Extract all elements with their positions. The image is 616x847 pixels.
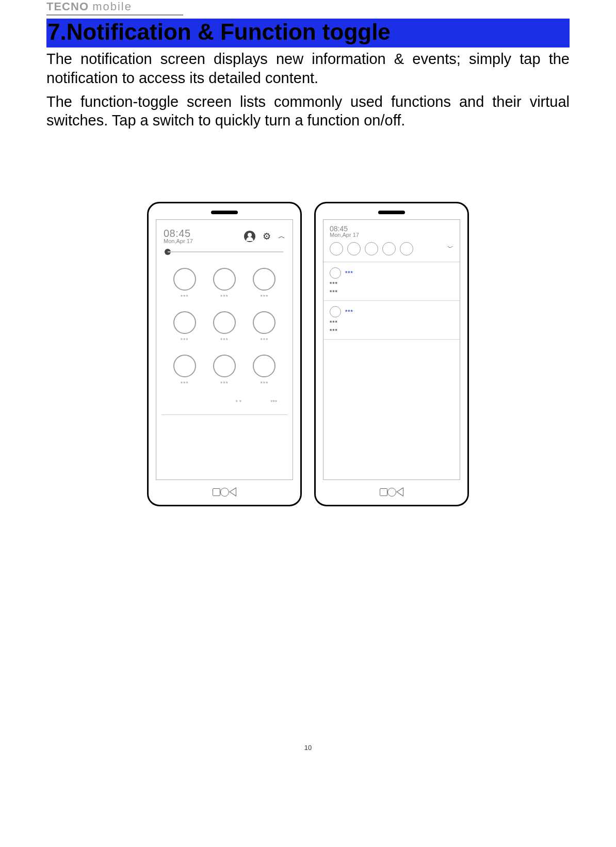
mini-toggle-icon[interactable]: [365, 242, 378, 255]
chevron-down-icon[interactable]: ﹀: [447, 245, 453, 251]
manual-page: TECNO mobile 7.Notification & Function t…: [0, 0, 616, 772]
mini-toggle-icon[interactable]: [347, 242, 361, 255]
status-time: 08:45: [330, 225, 453, 232]
notification-header: 08:45 Mon,Apr 17 ﹀: [323, 220, 460, 262]
toggle-icon[interactable]: [213, 311, 236, 334]
notification-body: ***: [330, 289, 453, 295]
toggle-icon[interactable]: [173, 268, 196, 291]
toggle-item[interactable]: ***: [245, 311, 284, 343]
brand-sub: mobile: [92, 0, 132, 13]
toggle-label: ***: [260, 294, 268, 300]
toggle-icon[interactable]: [253, 355, 275, 377]
bottom-actions: * * ***: [156, 392, 293, 411]
phone-notifications: 08:45 Mon,Apr 17 ﹀ ******************: [314, 202, 469, 506]
notification-app-icon: [330, 267, 341, 279]
toggle-icon[interactable]: [253, 268, 275, 291]
header-icons: ⚙ ︿: [244, 231, 285, 242]
toggle-label: ***: [260, 380, 268, 387]
toggle-label: ***: [220, 294, 229, 300]
notification-app-icon: [330, 306, 341, 317]
notification-title: ***: [330, 281, 453, 287]
screen: 08:45 Mon,Apr 17 ﹀ ******************: [323, 219, 460, 480]
toggle-label: ***: [181, 294, 189, 300]
status-time: 08:45: [164, 228, 193, 238]
notification-app-name: ***: [345, 270, 353, 276]
toggle-icon[interactable]: [173, 355, 196, 377]
page-number: 10: [46, 744, 570, 752]
earpiece: [211, 211, 238, 214]
screen: 08:45 Mon,Apr 17 ⚙ ︿ *******************…: [156, 219, 293, 480]
android-navbar: [207, 480, 241, 498]
status-date: Mon,Apr 17: [164, 238, 193, 244]
phone-mockups-row: 08:45 Mon,Apr 17 ⚙ ︿ *******************…: [46, 202, 570, 506]
brand-main: TECNO: [46, 0, 89, 13]
account-icon[interactable]: [244, 231, 255, 242]
paragraph-2: The function-toggle screen lists commonl…: [46, 92, 570, 130]
recent-apps-icon[interactable]: [213, 488, 220, 496]
paragraph-1: The notification screen displays new inf…: [46, 50, 570, 87]
notification-body: ***: [330, 328, 453, 334]
notification-list: ******************: [323, 262, 460, 340]
toggle-item[interactable]: ***: [245, 268, 284, 300]
phone-function-toggle: 08:45 Mon,Apr 17 ⚙ ︿ *******************…: [147, 202, 302, 506]
back-icon[interactable]: [396, 487, 403, 497]
toggle-label: ***: [260, 337, 268, 343]
mini-toggle-row: [330, 242, 453, 260]
recent-apps-icon[interactable]: [380, 488, 387, 496]
toggle-grid: ***************************: [156, 265, 293, 392]
toggle-icon[interactable]: [213, 268, 236, 291]
home-icon[interactable]: [220, 488, 229, 497]
notification-item[interactable]: *********: [323, 301, 460, 340]
brand-header: TECNO mobile: [46, 0, 183, 15]
toggle-item[interactable]: ***: [204, 311, 244, 343]
chevron-up-icon[interactable]: ︿: [278, 232, 285, 241]
back-icon[interactable]: [229, 487, 236, 497]
quick-settings-header: 08:45 Mon,Apr 17 ⚙ ︿: [156, 220, 293, 248]
time-block: 08:45 Mon,Apr 17: [164, 228, 193, 244]
status-date: Mon,Apr 17: [330, 232, 453, 238]
toggle-item[interactable]: ***: [165, 268, 204, 300]
brightness-slider[interactable]: [156, 248, 293, 265]
toggle-item[interactable]: ***: [204, 355, 244, 387]
gear-icon[interactable]: ⚙: [263, 231, 271, 242]
home-icon[interactable]: [387, 488, 396, 497]
toggle-label: ***: [220, 337, 229, 343]
toggle-item[interactable]: ***: [204, 268, 244, 300]
earpiece: [378, 211, 405, 214]
toggle-icon[interactable]: [213, 355, 236, 377]
toggle-item[interactable]: ***: [245, 355, 284, 387]
toggle-icon[interactable]: [253, 311, 275, 334]
divider: [161, 414, 287, 415]
bottom-action-right[interactable]: ***: [270, 399, 277, 405]
toggle-item[interactable]: ***: [165, 355, 204, 387]
mini-toggle-icon[interactable]: [382, 242, 396, 255]
bottom-action-left[interactable]: * *: [236, 399, 242, 405]
notification-item[interactable]: *********: [323, 262, 460, 301]
android-navbar: [375, 480, 409, 498]
slider-track[interactable]: [166, 251, 283, 252]
mini-toggle-icon[interactable]: [330, 242, 343, 255]
toggle-item[interactable]: ***: [165, 311, 204, 343]
toggle-icon[interactable]: [173, 311, 196, 334]
mini-toggle-icon[interactable]: [400, 242, 413, 255]
toggle-label: ***: [220, 380, 229, 387]
notification-app-name: ***: [345, 309, 353, 315]
slider-thumb[interactable]: [165, 249, 171, 255]
brand-logo: TECNO mobile: [46, 0, 132, 13]
toggle-label: ***: [181, 380, 189, 387]
toggle-label: ***: [181, 337, 189, 343]
notification-title: ***: [330, 319, 453, 326]
section-heading: 7.Notification & Function toggle: [46, 19, 570, 47]
